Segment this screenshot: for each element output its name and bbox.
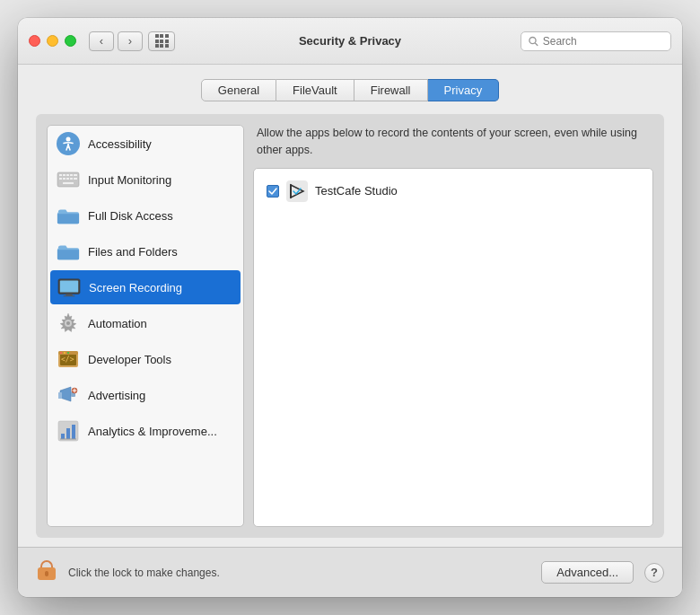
forward-button[interactable]: › — [118, 31, 143, 51]
svg-rect-42 — [72, 425, 75, 439]
right-panel: Allow the apps below to record the conte… — [253, 125, 653, 527]
svg-point-0 — [529, 37, 536, 43]
close-button[interactable] — [29, 35, 40, 47]
back-button[interactable]: ‹ — [89, 31, 114, 51]
keyboard-icon — [57, 168, 80, 191]
svg-rect-13 — [59, 178, 62, 180]
sidebar-item-advertising-label: Advertising — [88, 389, 145, 402]
content-area: General FileVault Firewall Privacy — [18, 65, 682, 547]
tab-filevault[interactable]: FileVault — [276, 79, 354, 101]
sidebar-item-analytics-label: Analytics & Improveme... — [88, 425, 217, 438]
main-panel: Accessibility — [36, 114, 664, 538]
back-icon: ‹ — [100, 34, 103, 48]
main-window: ‹ › Security & Privacy General — [18, 18, 682, 597]
svg-rect-11 — [70, 174, 73, 176]
app-checkbox-testcafe[interactable] — [267, 185, 279, 198]
sidebar: Accessibility — [47, 125, 244, 527]
gear-icon — [57, 312, 80, 335]
svg-point-32 — [67, 352, 69, 354]
search-input[interactable] — [543, 35, 663, 48]
sidebar-item-files-folders-label: Files and Folders — [88, 245, 178, 259]
folder-files-icon — [57, 240, 80, 263]
advanced-button[interactable]: Advanced... — [541, 561, 634, 584]
tab-privacy[interactable]: Privacy — [428, 79, 500, 101]
svg-rect-14 — [63, 178, 66, 180]
svg-text:</>: </> — [61, 356, 74, 364]
lock-keyhole — [45, 571, 48, 576]
svg-rect-12 — [74, 174, 77, 176]
app-name-testcafe: TestCafe Studio — [315, 184, 398, 198]
maximize-button[interactable] — [65, 35, 76, 47]
titlebar: ‹ › Security & Privacy — [18, 18, 682, 65]
sidebar-item-accessibility[interactable]: Accessibility — [48, 126, 243, 162]
checkmark-icon — [268, 188, 277, 195]
sidebar-item-full-disk-access[interactable]: Full Disk Access — [48, 198, 243, 233]
svg-rect-21 — [66, 294, 72, 295]
nav-buttons: ‹ › — [89, 31, 143, 51]
svg-rect-17 — [74, 178, 77, 180]
svg-line-1 — [536, 43, 538, 45]
sidebar-item-accessibility-label: Accessibility — [88, 137, 152, 151]
tab-firewall[interactable]: Firewall — [354, 79, 428, 101]
sidebar-item-developer-tools[interactable]: </> Developer Tools — [48, 341, 243, 377]
grid-icon — [155, 34, 169, 48]
help-button[interactable]: ? — [644, 563, 664, 583]
lock-text: Click the lock to make changes. — [68, 567, 530, 579]
svg-rect-41 — [66, 428, 70, 439]
forward-icon: › — [128, 34, 132, 48]
svg-rect-22 — [64, 295, 75, 296]
svg-rect-9 — [63, 174, 66, 176]
search-box[interactable] — [521, 31, 671, 51]
svg-rect-40 — [61, 434, 65, 439]
traffic-lights — [29, 35, 76, 47]
svg-rect-16 — [70, 178, 73, 180]
grid-button[interactable] — [148, 31, 175, 51]
tab-general[interactable]: General — [201, 79, 276, 101]
panel-description: Allow the apps below to record the conte… — [253, 125, 653, 159]
sidebar-item-advertising[interactable]: Advertising — [48, 377, 243, 413]
sidebar-item-input-monitoring[interactable]: Input Monitoring — [48, 162, 243, 198]
svg-rect-18 — [63, 182, 74, 184]
tab-bar: General FileVault Firewall Privacy — [36, 79, 664, 101]
sidebar-item-screen-recording[interactable]: Screen Recording — [50, 270, 241, 304]
advertising-icon — [57, 383, 80, 407]
sidebar-item-dev-tools-label: Developer Tools — [88, 353, 171, 366]
screen-recording-icon — [57, 276, 81, 299]
svg-rect-20 — [60, 281, 78, 293]
svg-rect-8 — [59, 174, 62, 176]
search-icon — [529, 36, 538, 47]
sidebar-item-files-and-folders[interactable]: Files and Folders — [48, 233, 243, 269]
analytics-icon — [57, 419, 80, 443]
svg-point-25 — [66, 321, 70, 325]
svg-point-31 — [64, 352, 66, 354]
svg-rect-10 — [66, 174, 69, 176]
sidebar-item-full-disk-label: Full Disk Access — [88, 209, 173, 223]
sidebar-item-analytics[interactable]: Analytics & Improveme... — [48, 413, 243, 449]
sidebar-item-screen-recording-label: Screen Recording — [89, 281, 182, 294]
bottom-bar: Click the lock to make changes. Advanced… — [18, 547, 682, 597]
app-item-testcafe: TestCafe Studio — [261, 176, 645, 206]
sidebar-item-automation-label: Automation — [88, 317, 147, 330]
svg-point-2 — [57, 132, 80, 155]
svg-rect-15 — [66, 178, 69, 180]
testcafe-app-icon — [286, 180, 308, 202]
dev-tools-icon: </> — [57, 347, 80, 371]
svg-rect-35 — [58, 392, 62, 399]
apps-list: TestCafe Studio — [253, 168, 653, 528]
accessibility-icon — [57, 132, 80, 155]
sidebar-item-automation[interactable]: Automation — [48, 305, 243, 341]
svg-point-3 — [66, 137, 71, 142]
lock-button[interactable] — [36, 560, 57, 585]
minimize-button[interactable] — [47, 35, 58, 47]
svg-point-30 — [60, 352, 62, 354]
lock-body — [38, 567, 56, 580]
window-title: Security & Privacy — [299, 34, 401, 48]
sidebar-item-input-monitoring-label: Input Monitoring — [88, 173, 171, 187]
folder-full-disk-icon — [57, 204, 80, 227]
